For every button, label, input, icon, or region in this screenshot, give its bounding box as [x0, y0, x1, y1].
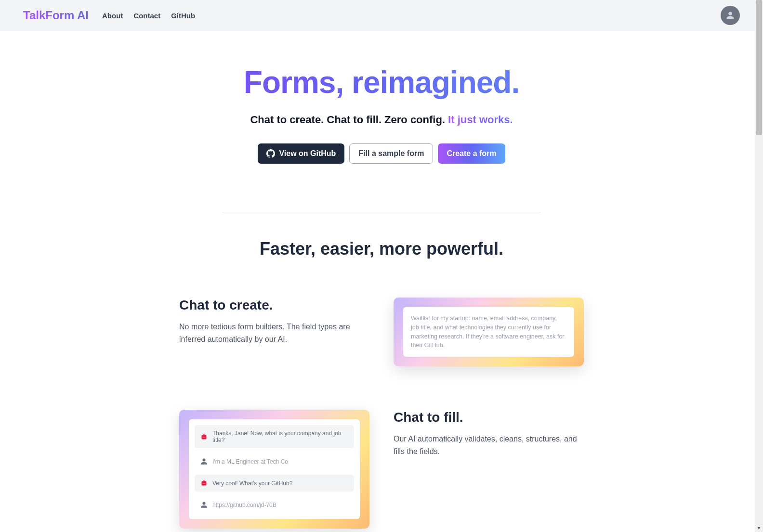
feature-chat-to-fill: Thanks, Jane! Now, what is your company … [170, 410, 593, 529]
logo[interactable]: TalkForm AI [23, 9, 89, 22]
hero-title: Forms, reimagined. [10, 65, 753, 100]
nav-links: About Contact GitHub [102, 12, 195, 20]
hero-sub-plain: Chat to create. Chat to fill. Zero confi… [250, 114, 448, 126]
chat-msg-bot: Thanks, Jane! Now, what is your company … [195, 425, 354, 448]
section-divider [223, 212, 540, 212]
chat-list: Thanks, Jane! Now, what is your company … [189, 419, 360, 519]
chat-text: Thanks, Jane! Now, what is your company … [212, 430, 348, 443]
feature2-title: Chat to fill. [394, 410, 584, 425]
user-avatar-button[interactable] [721, 6, 740, 25]
chat-msg-user: I'm a ML Engineer at Tech Co [195, 453, 354, 470]
chat-text: https://github.com/jd-70B [212, 502, 276, 508]
feature1-desc: No more tedious form builders. The field… [179, 321, 369, 345]
feature2-card: Thanks, Jane! Now, what is your company … [179, 410, 369, 529]
feature-chat-to-create: Chat to create. No more tedious form bui… [170, 298, 593, 366]
person-icon [200, 458, 208, 465]
hero-subtitle: Chat to create. Chat to fill. Zero confi… [10, 114, 753, 126]
chat-text: I'm a ML Engineer at Tech Co [212, 458, 288, 465]
robot-icon [200, 433, 208, 441]
feature2-text: Chat to fill. Our AI automatically valid… [394, 410, 584, 457]
feature2-desc: Our AI automatically validates, cleans, … [394, 433, 584, 457]
hero-section: Forms, reimagined. Chat to create. Chat … [0, 31, 763, 188]
chat-msg-bot: Very cool! What's your GitHub? [195, 475, 354, 492]
hero-button-row: View on GitHub Fill a sample form Create… [10, 143, 753, 164]
github-icon [266, 149, 275, 158]
hero-sub-highlight: It just works. [448, 114, 513, 126]
feature1-card: Waitlist for my startup: name, email add… [394, 298, 584, 366]
create-form-button[interactable]: Create a form [438, 143, 505, 164]
scrollbar[interactable]: ▲ ▼ [755, 0, 763, 532]
nav-github[interactable]: GitHub [171, 12, 195, 20]
person-icon [200, 501, 208, 508]
feature1-visual: Waitlist for my startup: name, email add… [394, 298, 584, 366]
nav-about[interactable]: About [102, 12, 123, 20]
robot-icon [200, 480, 208, 487]
feature1-text: Chat to create. No more tedious form bui… [179, 298, 369, 345]
feature1-card-text: Waitlist for my startup: name, email add… [403, 307, 574, 357]
chat-msg-user: https://github.com/jd-70B [195, 496, 354, 513]
chat-text: Very cool! What's your GitHub? [212, 480, 292, 487]
top-header: TalkForm AI About Contact GitHub [0, 0, 763, 31]
scrollbar-thumb[interactable] [756, 0, 762, 135]
header-left: TalkForm AI About Contact GitHub [23, 9, 195, 22]
feature2-visual: Thanks, Jane! Now, what is your company … [179, 410, 369, 529]
feature1-title: Chat to create. [179, 298, 369, 313]
view-github-button[interactable]: View on GitHub [258, 143, 344, 164]
nav-contact[interactable]: Contact [133, 12, 160, 20]
user-icon [726, 11, 735, 20]
features-heading: Faster, easier, more powerful. [0, 239, 763, 259]
scroll-down-arrow-icon[interactable]: ▼ [755, 524, 763, 532]
fill-sample-button[interactable]: Fill a sample form [349, 143, 433, 164]
view-github-label: View on GitHub [279, 149, 336, 158]
